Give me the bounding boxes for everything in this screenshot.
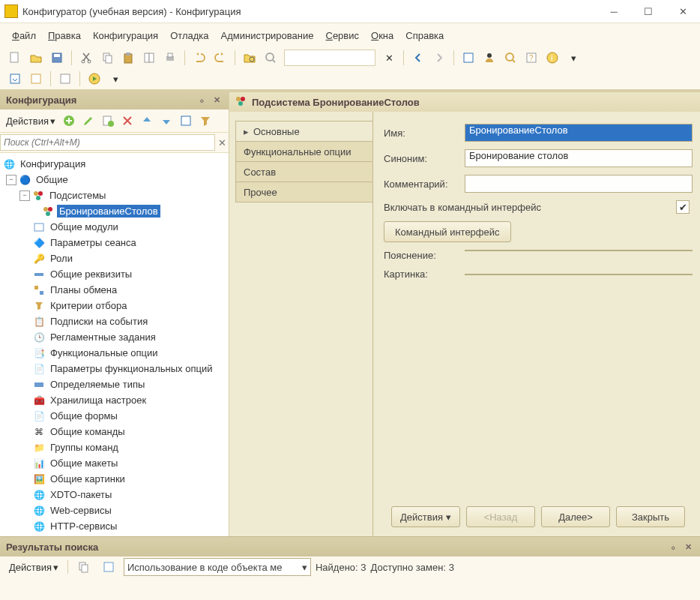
tree-event-subs[interactable]: 📋Подписки на события: [0, 314, 229, 329]
syntax-help-icon[interactable]: ?: [522, 49, 540, 67]
panel-close-icon[interactable]: ✕: [211, 94, 223, 106]
zoom-icon[interactable]: [262, 49, 280, 67]
teacher-icon[interactable]: [480, 49, 498, 67]
svg-rect-8: [126, 52, 130, 56]
tree-common-commands[interactable]: ⌘Общие команды: [0, 424, 229, 440]
copy-icon[interactable]: [98, 49, 116, 67]
tree-root[interactable]: 🌐Конфигурация: [0, 156, 229, 172]
dict-icon[interactable]: [56, 70, 74, 88]
menu-config[interactable]: Конфигурация: [93, 30, 158, 41]
tree-search-clear-icon[interactable]: ✕: [215, 137, 229, 148]
wizard-actions-button[interactable]: Действия▾: [391, 506, 460, 527]
tree-common[interactable]: −🔵Общие: [0, 172, 229, 188]
info-icon[interactable]: i: [543, 49, 561, 67]
tree-common-forms[interactable]: 📄Общие формы: [0, 408, 229, 424]
run-icon[interactable]: [85, 70, 103, 88]
move-down-icon[interactable]: [157, 112, 175, 129]
new-icon[interactable]: [6, 49, 24, 67]
picture-input[interactable]: [465, 274, 693, 275]
menu-admin[interactable]: Администрирование: [221, 30, 314, 41]
tree-common-attrs[interactable]: Общие реквизиты: [0, 266, 229, 282]
sort-icon[interactable]: [177, 112, 195, 129]
results-mode-combo[interactable]: Использование в коде объекта ме▾: [124, 558, 311, 576]
tree-ws-refs[interactable]: 🔗WS-ссылки: [0, 534, 229, 536]
find-folder-icon[interactable]: [241, 49, 259, 67]
tab-main[interactable]: Основные: [235, 121, 372, 142]
tree-search-input[interactable]: [0, 134, 215, 151]
tree-subsystems[interactable]: −Подсистемы: [0, 188, 229, 203]
db-compare-icon[interactable]: [27, 70, 45, 88]
tab-content[interactable]: Состав: [235, 161, 372, 182]
clear-search-icon[interactable]: ✕: [380, 49, 398, 67]
menu-service[interactable]: Сервис: [326, 30, 360, 41]
db-update-icon[interactable]: [6, 70, 24, 88]
edit-icon[interactable]: [79, 112, 97, 129]
open-config-icon[interactable]: [459, 49, 477, 67]
search-combo[interactable]: [284, 50, 375, 66]
command-interface-button[interactable]: Командный интерфейс: [384, 221, 511, 242]
tree-settings-storages[interactable]: 🧰Хранилища настроек: [0, 392, 229, 408]
close-button[interactable]: ✕: [666, 0, 700, 22]
wizard-close-button[interactable]: Закрыть: [616, 506, 685, 527]
tree-common-pictures[interactable]: 🖼️Общие картинки: [0, 471, 229, 487]
undo-icon[interactable]: [190, 49, 208, 67]
save-icon[interactable]: [48, 49, 66, 67]
results-actions-dropdown[interactable]: Действия▾: [4, 559, 63, 575]
paste-icon[interactable]: [119, 49, 137, 67]
tree-web-services[interactable]: 🌐Web-сервисы: [0, 502, 229, 518]
nav-back-icon[interactable]: [409, 49, 427, 67]
actions-dropdown[interactable]: Действия▾: [3, 112, 58, 129]
tree-command-groups[interactable]: 📁Группы команд: [0, 440, 229, 455]
wizard-next-button[interactable]: Далее>: [541, 506, 610, 527]
tree-func-opt-params[interactable]: 📄Параметры функциональных опций: [0, 361, 229, 376]
tree-filter-criteria[interactable]: Критерии отбора: [0, 298, 229, 314]
synonym-input[interactable]: Бронирование столов: [465, 149, 693, 167]
tree-roles[interactable]: 🔑Роли: [0, 250, 229, 266]
wizard-back-button[interactable]: <Назад: [466, 506, 535, 527]
results-pin-icon[interactable]: ⬦: [667, 541, 679, 553]
svg-rect-23: [31, 74, 40, 83]
delete-icon[interactable]: [118, 112, 136, 129]
info-dropdown-icon[interactable]: ▾: [564, 49, 582, 67]
tab-other[interactable]: Прочее: [235, 182, 372, 202]
cut-icon[interactable]: [77, 49, 95, 67]
include-checkbox[interactable]: ✔: [676, 200, 690, 214]
tab-func-opts[interactable]: Функциональные опции: [235, 141, 372, 162]
compare-icon[interactable]: [140, 49, 158, 67]
nav-fwd-icon[interactable]: [430, 49, 448, 67]
search-help-icon[interactable]: [501, 49, 519, 67]
explanation-textarea[interactable]: [465, 250, 693, 251]
tree-exchange-plans[interactable]: Планы обмена: [0, 282, 229, 298]
menu-windows[interactable]: Окна: [371, 30, 393, 41]
name-input[interactable]: БронированиеСтолов: [465, 124, 693, 142]
config-tree[interactable]: 🌐Конфигурация −🔵Общие −Подсистемы Бронир…: [0, 153, 229, 536]
maximize-button[interactable]: ☐: [631, 0, 666, 22]
run-dropdown-icon[interactable]: ▾: [106, 70, 124, 88]
print-icon[interactable]: [161, 49, 179, 67]
menu-file[interactable]: Файл: [12, 30, 36, 41]
comment-input[interactable]: [465, 175, 693, 193]
open-icon[interactable]: [27, 49, 45, 67]
add-icon[interactable]: [60, 112, 78, 129]
results-close-icon[interactable]: ✕: [682, 541, 694, 553]
move-up-icon[interactable]: [138, 112, 156, 129]
tree-common-modules[interactable]: Общие модули: [0, 219, 229, 235]
redo-icon[interactable]: [211, 49, 229, 67]
menu-edit[interactable]: Правка: [48, 30, 81, 41]
results-copy-icon[interactable]: [73, 559, 94, 575]
panel-pin-icon[interactable]: ⬦: [196, 94, 208, 106]
tree-defined-types[interactable]: Определяемые типы: [0, 376, 229, 392]
tree-subsystem-booking[interactable]: БронированиеСтолов: [0, 203, 229, 219]
results-refresh-icon[interactable]: [98, 559, 119, 575]
menu-debug[interactable]: Отладка: [170, 30, 208, 41]
tree-func-opts[interactable]: 📑Функциональные опции: [0, 345, 229, 361]
add-sub-icon[interactable]: [99, 112, 117, 129]
minimize-button[interactable]: ─: [597, 0, 631, 22]
tree-session-params[interactable]: 🔷Параметры сеанса: [0, 235, 229, 250]
tree-scheduled-jobs[interactable]: 🕒Регламентные задания: [0, 329, 229, 345]
menu-help[interactable]: Справка: [405, 30, 444, 41]
tree-http-services[interactable]: 🌐HTTP-сервисы: [0, 518, 229, 534]
tree-common-templates[interactable]: 📊Общие макеты: [0, 455, 229, 471]
filter-icon[interactable]: [196, 112, 214, 129]
tree-xdto[interactable]: 🌐XDTO-пакеты: [0, 487, 229, 502]
